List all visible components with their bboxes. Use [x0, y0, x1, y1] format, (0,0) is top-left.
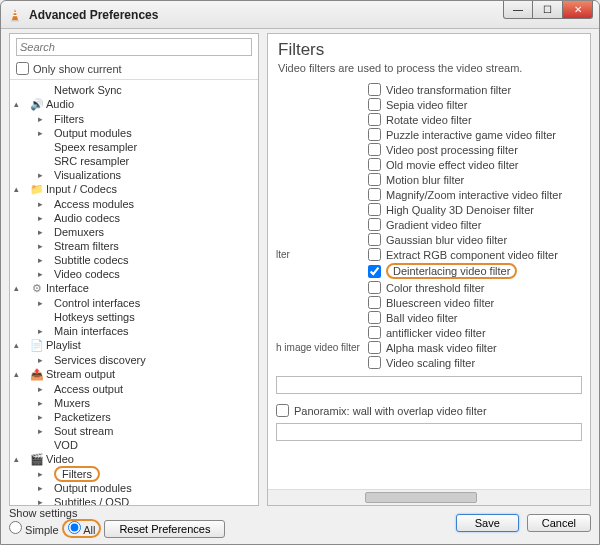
- category-tree[interactable]: Network Sync▴🔊Audio▸Filters▸Output modul…: [10, 79, 258, 505]
- all-radio-highlight: All: [62, 519, 102, 538]
- cancel-button[interactable]: Cancel: [527, 514, 591, 532]
- tree-item-main-interfaces[interactable]: ▸Main interfaces: [10, 324, 258, 338]
- tree-item-packetizers[interactable]: ▸Packetizers: [10, 410, 258, 424]
- filter-checkbox[interactable]: [368, 128, 381, 141]
- only-show-current-label: Only show current: [33, 63, 122, 75]
- panoramix-checkbox[interactable]: [276, 404, 289, 417]
- tree-item-video[interactable]: ▴🎬Video: [10, 452, 258, 467]
- filter-checkbox[interactable]: [368, 203, 381, 216]
- tree-item-interface[interactable]: ▴⚙Interface: [10, 281, 258, 296]
- tree-item-audio-codecs[interactable]: ▸Audio codecs: [10, 211, 258, 225]
- tree-item-output-modules[interactable]: ▸Output modules: [10, 481, 258, 495]
- expand-icon[interactable]: ▸: [38, 213, 47, 222]
- expand-icon[interactable]: ▸: [38, 497, 47, 505]
- filter-row: Deinterlacing video filter: [268, 262, 590, 280]
- simple-radio-label[interactable]: Simple: [9, 521, 59, 536]
- filter-row: antiflicker video filter: [268, 325, 590, 340]
- filter-checkbox[interactable]: [368, 265, 381, 278]
- filter-checkbox[interactable]: [368, 113, 381, 126]
- filter-checkbox[interactable]: [368, 248, 381, 261]
- expand-icon[interactable]: ▸: [38, 255, 47, 264]
- expand-icon[interactable]: ▸: [38, 199, 47, 208]
- expand-icon[interactable]: ▴: [14, 283, 23, 292]
- expand-icon[interactable]: ▴: [14, 99, 23, 108]
- expand-icon[interactable]: ▸: [38, 326, 47, 335]
- tree-item-visualizations[interactable]: ▸Visualizations: [10, 168, 258, 182]
- tree-item-video-codecs[interactable]: ▸Video codecs: [10, 267, 258, 281]
- panoramix-textbox[interactable]: [276, 423, 582, 441]
- filter-chain-textbox[interactable]: [276, 376, 582, 394]
- filter-left-label: lter: [276, 249, 368, 260]
- show-settings-group: Show settings Simple All Reset Preferenc…: [9, 507, 225, 538]
- filter-checkbox[interactable]: [368, 218, 381, 231]
- tree-item-label: Playlist: [46, 339, 81, 351]
- tree-item-network-sync[interactable]: Network Sync: [10, 83, 258, 97]
- filter-checkbox[interactable]: [368, 143, 381, 156]
- tree-item-input-codecs[interactable]: ▴📁Input / Codecs: [10, 182, 258, 197]
- expand-icon[interactable]: ▸: [38, 269, 47, 278]
- filter-checkbox[interactable]: [368, 296, 381, 309]
- filter-checkbox[interactable]: [368, 173, 381, 186]
- filter-checkbox[interactable]: [368, 311, 381, 324]
- tree-item-stream-filters[interactable]: ▸Stream filters: [10, 239, 258, 253]
- expand-icon[interactable]: ▸: [38, 469, 47, 478]
- horizontal-scrollbar[interactable]: [268, 489, 590, 505]
- save-button[interactable]: Save: [456, 514, 519, 532]
- tree-item-subtitles-osd[interactable]: ▸Subtitles / OSD: [10, 495, 258, 505]
- tree-item-muxers[interactable]: ▸Muxers: [10, 396, 258, 410]
- search-input[interactable]: [16, 38, 252, 56]
- expand-icon[interactable]: ▸: [38, 227, 47, 236]
- filter-checkbox[interactable]: [368, 98, 381, 111]
- expand-icon[interactable]: ▴: [14, 340, 23, 349]
- expand-icon[interactable]: ▴: [14, 454, 23, 463]
- tree-item-services-discovery[interactable]: ▸Services discovery: [10, 353, 258, 367]
- expand-icon[interactable]: ▸: [38, 298, 47, 307]
- expand-icon[interactable]: ▸: [38, 355, 47, 364]
- filter-checkbox[interactable]: [368, 326, 381, 339]
- tree-item-filters[interactable]: ▸Filters: [10, 112, 258, 126]
- expand-icon[interactable]: ▸: [38, 241, 47, 250]
- filter-checkbox[interactable]: [368, 356, 381, 369]
- filter-label: Magnify/Zoom interactive video filter: [386, 189, 562, 201]
- tree-item-sout-stream[interactable]: ▸Sout stream: [10, 424, 258, 438]
- tree-item-vod[interactable]: VOD: [10, 438, 258, 452]
- all-radio[interactable]: [68, 521, 81, 534]
- expand-icon[interactable]: ▸: [38, 426, 47, 435]
- filter-checkbox[interactable]: [368, 233, 381, 246]
- filter-checkbox[interactable]: [368, 188, 381, 201]
- simple-radio[interactable]: [9, 521, 22, 534]
- tree-item-demuxers[interactable]: ▸Demuxers: [10, 225, 258, 239]
- tree-item-audio[interactable]: ▴🔊Audio: [10, 97, 258, 112]
- tree-item-control-interfaces[interactable]: ▸Control interfaces: [10, 296, 258, 310]
- tree-item-subtitle-codecs[interactable]: ▸Subtitle codecs: [10, 253, 258, 267]
- reset-preferences-button[interactable]: Reset Preferences: [104, 520, 225, 538]
- tree-item-access-output[interactable]: ▸Access output: [10, 382, 258, 396]
- tree-item-filters[interactable]: ▸Filters: [10, 467, 258, 481]
- filter-checkbox[interactable]: [368, 158, 381, 171]
- tree-item-output-modules[interactable]: ▸Output modules: [10, 126, 258, 140]
- expand-icon[interactable]: ▴: [14, 369, 23, 378]
- expand-icon[interactable]: ▸: [38, 412, 47, 421]
- tree-item-access-modules[interactable]: ▸Access modules: [10, 197, 258, 211]
- titlebar[interactable]: Advanced Preferences — ☐ ✕: [1, 1, 599, 29]
- expand-icon[interactable]: ▸: [38, 398, 47, 407]
- filter-checkbox[interactable]: [368, 341, 381, 354]
- filter-checkbox[interactable]: [368, 281, 381, 294]
- only-show-current-checkbox[interactable]: [16, 62, 29, 75]
- close-button[interactable]: ✕: [563, 1, 593, 19]
- filter-checkbox[interactable]: [368, 83, 381, 96]
- expand-icon[interactable]: ▸: [38, 483, 47, 492]
- expand-icon[interactable]: ▸: [38, 170, 47, 179]
- expand-icon[interactable]: ▴: [14, 184, 23, 193]
- expand-icon[interactable]: ▸: [38, 114, 47, 123]
- tree-item-speex-resampler[interactable]: Speex resampler: [10, 140, 258, 154]
- tree-item-src-resampler[interactable]: SRC resampler: [10, 154, 258, 168]
- tree-item-stream-output[interactable]: ▴📤Stream output: [10, 367, 258, 382]
- tree-item-playlist[interactable]: ▴📄Playlist: [10, 338, 258, 353]
- maximize-button[interactable]: ☐: [533, 1, 563, 19]
- all-radio-label[interactable]: All: [68, 521, 96, 536]
- expand-icon[interactable]: ▸: [38, 384, 47, 393]
- minimize-button[interactable]: —: [503, 1, 533, 19]
- expand-icon[interactable]: ▸: [38, 128, 47, 137]
- tree-item-hotkeys-settings[interactable]: Hotkeys settings: [10, 310, 258, 324]
